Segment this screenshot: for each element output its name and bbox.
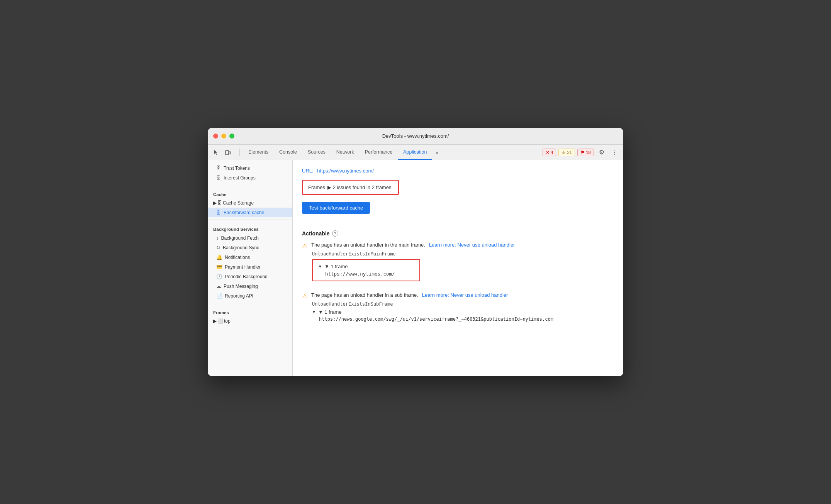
database-icon: 🗄 [216,165,221,171]
settings-button[interactable]: ⚙ [596,147,607,158]
sidebar-item-cache-storage[interactable]: ▶ 🗄 Cache Storage [208,198,292,208]
issue-1-row: ⚠ The page has an unload handler in the … [302,242,614,250]
warning-circle-icon: ⚠ [302,242,307,250]
main-layout: 🗄 Trust Tokens 🗄 Interest Groups Cache ▶… [208,160,623,376]
tab-console[interactable]: Console [274,145,302,160]
devtools-window: DevTools - www.nytimes.com/ Elements Con… [208,128,623,376]
issue-2-code: UnloadHandlerExistsInSubFrame [312,301,614,307]
close-button[interactable] [213,134,218,139]
svg-rect-1 [229,152,231,154]
sidebar-item-label: Back/forward cache [224,210,264,215]
cache-icon: 🗄 [216,210,221,215]
tab-list: Elements Console Sources Network Perform… [243,145,541,160]
issues-icon: ⚑ [580,150,585,155]
issues-count: 18 [586,150,591,155]
tab-sources[interactable]: Sources [302,145,331,160]
bg-sync-icon: ↻ [216,245,220,250]
issue-1-frame-box: ▼ ▼ 1 frame https://www.nytimes.com/ [312,259,420,281]
test-backforward-cache-button[interactable]: Test back/forward cache [302,202,370,214]
help-icon[interactable]: ? [332,230,338,237]
sidebar-item-label: Trust Tokens [224,166,250,171]
warning-circle-icon-2: ⚠ [302,293,307,300]
issue-2-frame-url: https://news.google.com/swg/_/ui/v1/serv… [319,316,614,322]
bg-fetch-icon: ↕ [216,235,219,241]
warning-icon: ⚠ [561,150,566,155]
minimize-button[interactable] [221,134,226,139]
url-label: URL: [302,168,314,174]
issues-badge[interactable]: ⚑ 18 [577,149,594,156]
sidebar-item-bg-sync[interactable]: ↻ Background Sync [208,243,292,252]
issue-2-text: The page has an unload handler in a sub … [311,292,418,298]
svg-rect-0 [226,151,229,155]
more-options-button[interactable]: ⋮ [609,147,620,158]
sidebar-item-periodic-bg[interactable]: 🕐 Periodic Background [208,272,292,281]
sidebar-item-trust-tokens[interactable]: 🗄 Trust Tokens [208,163,292,173]
issue-1-link[interactable]: Learn more: Never use unload handler [429,242,515,248]
issue-1-frame-url: https://www.nytimes.com/ [325,271,414,277]
issue-2-row: ⚠ The page has an unload handler in a su… [302,292,614,300]
tab-performance[interactable]: Performance [360,145,398,160]
sidebar-divider-2 [208,220,292,220]
frame-2-collapse-arrow[interactable]: ▼ [312,310,316,314]
sidebar-item-label: Notifications [225,255,250,260]
title-bar: DevTools - www.nytimes.com/ [208,128,623,145]
sidebar-item-label: Periodic Background [225,274,268,279]
device-icon-btn[interactable] [222,147,233,158]
issue-1-code: UnloadHandlerExistsInMainFrame [312,251,614,257]
sidebar-item-label: Payment Handler [225,264,261,270]
sidebar-item-notifications[interactable]: 🔔 Notifications [208,252,292,262]
cache-icon: 🗄 [217,200,222,206]
sidebar-item-label: Reporting API [225,293,253,299]
devtools-toolbar: Elements Console Sources Network Perform… [208,145,623,160]
sidebar: 🗄 Trust Tokens 🗄 Interest Groups Cache ▶… [208,160,293,376]
more-tabs-button[interactable]: » [432,145,441,160]
push-icon: ☁ [216,283,221,289]
sidebar-item-push-messaging[interactable]: ☁ Push Messaging [208,281,292,291]
error-icon: ✕ [546,150,549,155]
frames-issues-box[interactable]: Frames ▶ 2 issues found in 2 frames. [302,180,399,195]
sidebar-item-label: top [224,318,231,324]
errors-badge[interactable]: ✕ 4 [543,149,556,156]
frame-collapse-arrow[interactable]: ▼ [318,264,322,269]
sidebar-item-interest-groups[interactable]: 🗄 Interest Groups [208,173,292,183]
frame-icon: ⬜ [217,318,223,324]
sidebar-item-backforward-cache[interactable]: 🗄 Back/forward cache [208,208,292,217]
tab-elements[interactable]: Elements [243,145,274,160]
sidebar-item-label: Push Messaging [224,284,258,289]
tab-application[interactable]: Application [398,145,432,160]
issue-item-1: ⚠ The page has an unload handler in the … [302,242,614,284]
traffic-lights [213,134,234,139]
tab-network[interactable]: Network [331,145,360,160]
toolbar-right: ✕ 4 ⚠ 31 ⚑ 18 ⚙ ⋮ [543,147,620,158]
sidebar-item-label: Background Sync [223,245,259,250]
url-row: URL: https://www.nytimes.com/ [302,168,614,174]
database-icon: 🗄 [216,175,221,181]
sidebar-section-frames: Frames [208,306,292,316]
actionable-header: Actionable ? [302,230,614,237]
issue-1-frame-count: ▼ 1 frame [324,264,348,269]
warnings-count: 31 [567,150,572,155]
maximize-button[interactable] [229,134,234,139]
issue-2-link[interactable]: Learn more: Never use unload handler [422,292,508,298]
sidebar-item-payment-handler[interactable]: 💳 Payment Handler [208,262,292,272]
sidebar-item-frames-top[interactable]: ▶ ⬜ top [208,316,292,326]
sidebar-section-bg-services: Background Services [208,222,292,233]
actionable-label: Actionable [302,230,330,237]
sidebar-item-reporting-api[interactable]: 📄 Reporting API [208,291,292,301]
toolbar-icons [211,147,233,158]
sidebar-divider-3 [208,303,292,303]
issue-1-text: The page has an unload handler in the ma… [311,242,425,248]
frames-label: Frames [308,184,325,190]
sidebar-item-label: Cache Storage [223,200,254,206]
sidebar-section-cache: Cache [208,188,292,198]
warnings-badge[interactable]: ⚠ 31 [558,149,575,156]
issue-1-frame-count-row: ▼ ▼ 1 frame [318,264,414,269]
payment-icon: 💳 [216,264,222,270]
expand-arrow-icon: ▶ [213,200,217,206]
issue-2-frame-count-row: ▼ ▼ 1 frame [312,309,614,315]
cursor-icon-btn[interactable] [211,147,222,158]
reporting-icon: 📄 [216,293,222,299]
sidebar-item-bg-fetch[interactable]: ↕ Background Fetch [208,233,292,243]
issue-item-2: ⚠ The page has an unload handler in a su… [302,292,614,322]
url-value: https://www.nytimes.com/ [317,168,374,174]
